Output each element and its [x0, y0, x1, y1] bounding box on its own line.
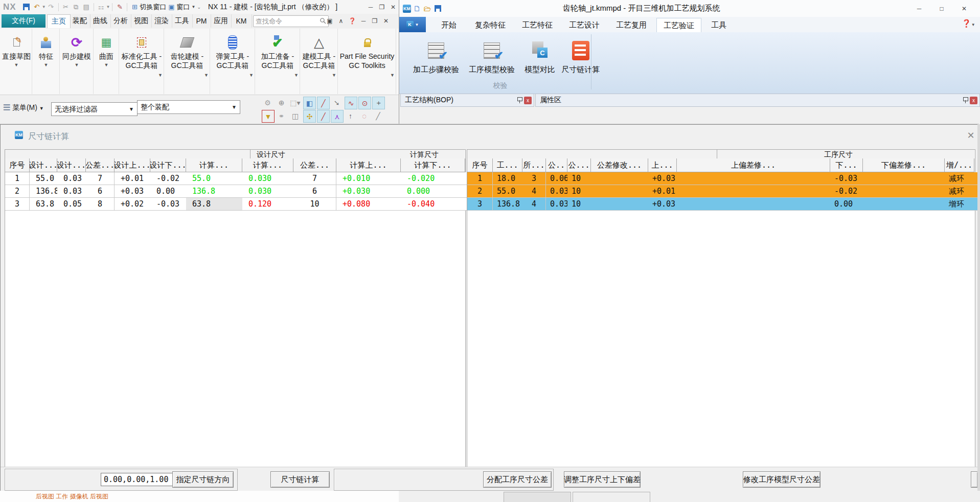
table-cell[interactable]: 0.120: [242, 198, 300, 211]
close-panel-icon[interactable]: x: [970, 97, 977, 104]
nx-doc-close-icon[interactable]: ✕: [380, 16, 392, 26]
table-row[interactable]: 255.040.0310+0.01-0.02减环: [467, 185, 975, 198]
assign-tolerance-button[interactable]: 分配工序尺寸公差: [483, 471, 552, 488]
snap-option-icon[interactable]: ◧: [303, 97, 316, 109]
snap-option-icon[interactable]: ◌: [358, 110, 370, 122]
column-header[interactable]: 增/...: [945, 158, 974, 172]
redo-icon[interactable]: ↷: [47, 3, 56, 12]
save-icon[interactable]: [22, 3, 31, 12]
column-header[interactable]: 序号: [5, 158, 30, 172]
right-scrollbar[interactable]: [977, 124, 980, 491]
modify-model-tolerance-button[interactable]: 修改工序模型尺寸公差: [743, 471, 821, 488]
km-tab-工艺验证[interactable]: 工艺验证: [656, 18, 701, 33]
table-cell[interactable]: 0.000: [401, 185, 471, 198]
nx-doc-minimize-icon[interactable]: ─: [358, 16, 369, 26]
stamp-icon[interactable]: ⚏: [97, 3, 106, 12]
column-header[interactable]: 所...: [522, 158, 546, 172]
column-header[interactable]: 公差...: [293, 158, 336, 172]
table-cell[interactable]: 55.0: [493, 185, 527, 198]
table-cell[interactable]: 增环: [945, 198, 978, 211]
table-row[interactable]: 118.030.0610+0.03-0.03减环: [467, 172, 975, 185]
snap-option-icon[interactable]: ↑: [345, 110, 356, 122]
snap-option-icon[interactable]: ◫: [289, 110, 301, 122]
nx-tab-装配[interactable]: 装配: [70, 14, 90, 28]
new-file-icon[interactable]: 🗋: [413, 4, 422, 13]
table-cell[interactable]: +0.080: [336, 198, 407, 211]
column-header[interactable]: 下...: [830, 158, 863, 172]
toolbar-group-7[interactable]: 弹簧工具 -GC工具箱▼: [211, 29, 255, 94]
table-cell[interactable]: 0.030: [242, 172, 300, 185]
nx-tab-曲线[interactable]: 曲线: [90, 14, 111, 28]
table-cell[interactable]: 减环: [945, 185, 978, 198]
table-cell[interactable]: +0.03: [648, 172, 681, 185]
table-cell[interactable]: 10: [293, 198, 336, 211]
snap-option-icon[interactable]: ╱: [372, 110, 384, 122]
open-folder-icon[interactable]: 🗁: [423, 4, 432, 13]
dropdown-arrow-icon[interactable]: ▼: [60, 62, 93, 67]
cut-icon[interactable]: ✂: [61, 3, 71, 12]
table-cell[interactable]: +0.030: [336, 185, 407, 198]
save-icon[interactable]: [433, 4, 442, 13]
nx-tab-工具[interactable]: 工具: [172, 14, 193, 28]
nx-doc-restore-icon[interactable]: ❐: [369, 16, 380, 26]
km-bottom-tab[interactable]: [573, 492, 650, 502]
table-cell[interactable]: [677, 185, 834, 198]
snap-option-icon[interactable]: ╱: [317, 97, 330, 109]
nx-minimize-button[interactable]: ─: [365, 2, 376, 12]
table-cell[interactable]: 3: [467, 198, 493, 211]
collapse-ribbon-icon[interactable]: ∧: [335, 16, 347, 26]
table-cell[interactable]: 6: [293, 185, 336, 198]
nx-tab-视图[interactable]: 视图: [131, 14, 152, 28]
brush-icon[interactable]: ✎: [115, 3, 124, 12]
column-header[interactable]: 公差修改...: [591, 158, 648, 172]
table-cell[interactable]: 6: [86, 185, 115, 198]
table-cell[interactable]: +0.03: [648, 198, 681, 211]
paste-icon[interactable]: ▤: [82, 3, 91, 12]
table-cell[interactable]: [863, 185, 949, 198]
toolbar-group-1[interactable]: 直接草图▼: [1, 29, 32, 94]
table-cell[interactable]: 4: [522, 198, 546, 211]
nx-close-button[interactable]: ✕: [388, 2, 399, 12]
pin-icon[interactable]: [963, 97, 968, 104]
table-cell[interactable]: -0.040: [401, 198, 471, 211]
table-cell[interactable]: [677, 172, 834, 185]
dropdown-arrow-icon[interactable]: ▼: [390, 73, 395, 78]
toolbar-group-9[interactable]: △建模工具 -GC工具箱▼: [301, 29, 338, 94]
toolbar-group-10[interactable]: Part File SecurityGC Toolkits▼: [338, 29, 396, 94]
dropdown-arrow-icon[interactable]: ▼: [158, 73, 163, 78]
column-header[interactable]: 公...: [567, 158, 591, 172]
snap-option-icon[interactable]: ⚙: [262, 97, 274, 108]
column-header[interactable]: 上...: [648, 158, 677, 172]
column-header[interactable]: 上偏差修...: [677, 158, 830, 172]
column-header[interactable]: 设计下...: [150, 158, 186, 172]
table-cell[interactable]: 55.0: [186, 172, 248, 185]
column-header[interactable]: 工...: [493, 158, 522, 172]
dropdown-arrow-icon[interactable]: ▼: [294, 73, 299, 78]
table-cell[interactable]: 3: [522, 172, 546, 185]
nx-tab-应用[interactable]: 应用: [211, 14, 232, 28]
table-cell[interactable]: 136.8: [493, 198, 527, 211]
column-header[interactable]: 设计上...: [115, 158, 150, 172]
table-cell[interactable]: 1: [5, 172, 30, 185]
snap-option-icon[interactable]: ✣: [303, 110, 316, 123]
menu-button[interactable]: ☰ 菜单(M) ▼: [3, 103, 44, 112]
column-header[interactable]: 序号: [467, 158, 493, 172]
column-header[interactable]: 公差...: [86, 158, 115, 172]
column-header[interactable]: 计算上...: [336, 158, 401, 172]
km-tab-工艺复用[interactable]: 工艺复用: [611, 18, 652, 32]
table-cell[interactable]: [863, 198, 949, 211]
table-cell[interactable]: [677, 198, 834, 211]
km-tab-开始[interactable]: 开始: [434, 18, 464, 32]
snap-option-icon[interactable]: ⚭: [276, 110, 287, 122]
table-cell[interactable]: 7: [293, 172, 336, 185]
undo-icon[interactable]: ↶: [32, 3, 41, 12]
nx-tab-主页[interactable]: 主页: [47, 14, 71, 28]
table-cell[interactable]: -0.02: [830, 185, 867, 198]
column-header[interactable]: 计算...: [242, 158, 293, 172]
table-row[interactable]: 155.00.037+0.01-0.0255.00.0307+0.010-0.0…: [5, 172, 465, 185]
nx-tab-分析[interactable]: 分析: [110, 14, 131, 28]
toolbar-group-3[interactable]: ⟳同步建模▼: [60, 29, 94, 94]
snap-option-icon[interactable]: ＋: [372, 97, 385, 109]
dropdown-arrow-icon[interactable]: ▼: [1, 62, 32, 67]
km-tab-工具[interactable]: 工具: [706, 18, 732, 32]
